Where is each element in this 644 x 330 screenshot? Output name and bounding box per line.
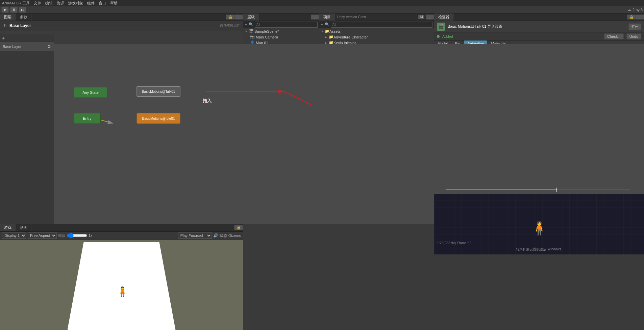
- more-options-btn[interactable]: ⋮: [235, 15, 243, 20]
- top-menubar: ANIMATOR 工具 文件 编辑 资源 游戏对象 组件 窗口 帮助: [0, 0, 644, 6]
- menu-window[interactable]: 窗口: [99, 1, 106, 6]
- left-section: 图层 参数 🔒 ⋮ 👁 Base Layer 自动实时组件 + Base Lay…: [0, 13, 243, 330]
- scale-value: 1x: [89, 233, 93, 238]
- inspector-tabs: 检查器 🔒 ⋮: [434, 13, 644, 21]
- eye-icon[interactable]: 👁: [3, 23, 7, 28]
- layer-name: Base Layer: [3, 45, 22, 49]
- node-idle01[interactable]: BasicMotions@Idle01: [137, 113, 180, 124]
- game-viewport: 🧍: [0, 240, 243, 330]
- hierarchy-tabs: 层级 ⋮: [243, 13, 319, 21]
- menu-gameobject[interactable]: 游戏对象: [68, 1, 83, 6]
- tab-game[interactable]: 游戏: [0, 224, 16, 231]
- inspector-menu-btn[interactable]: ⋮: [636, 15, 644, 20]
- display-select[interactable]: Display 1: [2, 232, 26, 239]
- game-toolbar: Display 1 Free Aspect 缩放 1x Play Focused…: [0, 231, 243, 240]
- toolbar-play-button[interactable]: ▶: [1, 7, 9, 13]
- item-adventure-char[interactable]: ▶ 📁 Adventure Character: [319, 34, 434, 40]
- animator-panel-tabs: 图层 参数 🔒 ⋮: [0, 13, 243, 21]
- project-search-input[interactable]: [331, 22, 432, 28]
- project-bottom: [243, 224, 319, 330]
- inspector-icon: 🎬: [437, 23, 445, 31]
- version-control-label: Unity Version Contr...: [335, 14, 371, 20]
- project-search-icon: 🔍: [325, 22, 329, 27]
- search-icon: 🔍: [249, 22, 253, 27]
- toolbar-step-button[interactable]: ⏭: [19, 7, 26, 13]
- add-project-btn[interactable]: +: [321, 22, 323, 27]
- hierarchy-search-input[interactable]: [255, 22, 318, 28]
- menu-assets[interactable]: 资源: [57, 1, 64, 6]
- game-panel-tabs: 游戏 动画 🔒: [0, 224, 243, 231]
- inspector-lock-btn[interactable]: 🔒: [627, 15, 636, 20]
- gizmos-label[interactable]: Gizmos: [228, 233, 241, 238]
- character-figure: 🧍: [117, 286, 130, 306]
- tree-camera[interactable]: 📷 Main Camera: [243, 34, 319, 40]
- add-layer-btn[interactable]: +: [2, 35, 5, 41]
- add-hierarchy-btn[interactable]: +: [245, 22, 247, 27]
- tab-parameters[interactable]: 参数: [16, 13, 32, 21]
- node-entry[interactable]: Entry: [74, 113, 101, 124]
- layer-base[interactable]: Base Layer ⚙: [0, 42, 54, 51]
- assets-label: Assets: [329, 29, 341, 33]
- preview-character: 🧍: [531, 220, 548, 236]
- coord-label: 1:23(983.9x) Frame 52: [437, 241, 471, 245]
- toolbar-pause-button[interactable]: ⏸: [10, 7, 18, 13]
- game-panel: 游戏 动画 🔒 Display 1 Free Aspect 缩放 1x Play…: [0, 224, 243, 330]
- aspect-select[interactable]: Free Aspect: [28, 232, 57, 239]
- camera-name: Main Camera: [256, 35, 278, 39]
- item-assets[interactable]: ▼ 📁 Assets: [319, 28, 434, 34]
- app-name: ANIMATOR 工具: [2, 1, 30, 6]
- node-anystate[interactable]: Any State: [74, 87, 107, 98]
- animator-title: Base Layer: [9, 23, 31, 28]
- toolbar-version-badge: 2 by 3: [633, 8, 643, 12]
- checkin-btn[interactable]: Checkin: [604, 33, 624, 39]
- scene-name: SampleScene*: [254, 29, 279, 33]
- menu-component[interactable]: 组件: [87, 1, 95, 6]
- added-label: Added: [442, 34, 453, 38]
- menu-edit[interactable]: 编辑: [45, 1, 53, 6]
- drag-label: 拖入: [203, 98, 212, 104]
- play-focused-select[interactable]: Play Focused: [178, 232, 212, 239]
- settings-icon[interactable]: ⚙: [47, 44, 51, 49]
- scale-label: 缩放: [58, 233, 66, 238]
- tab-animation[interactable]: 动画: [16, 224, 32, 231]
- added-dot: [437, 35, 440, 38]
- svg-line-4: [284, 91, 311, 105]
- inspector-preview: 🧍 1:23(983.9x) Frame 52 转为扩展设置以激活 Window…: [434, 194, 644, 254]
- autosave-label: 自动实时组件: [220, 23, 240, 28]
- open-btn[interactable]: 打开: [628, 23, 641, 30]
- sound-icon[interactable]: 🔊: [213, 233, 218, 238]
- lock-btn[interactable]: 🔒: [226, 15, 235, 20]
- top-toolbar: ▶ ⏸ ⏭ ☁ 2 by 3: [0, 6, 644, 13]
- badge-count: 14: [418, 15, 424, 19]
- game-lock-btn[interactable]: 🔒: [234, 225, 243, 230]
- menu-file[interactable]: 文件: [34, 1, 41, 6]
- project-menu-btn[interactable]: ⋮: [426, 15, 434, 20]
- project-tab[interactable]: 项目: [319, 13, 335, 21]
- status-label: 状态: [220, 233, 227, 238]
- scale-slider[interactable]: [67, 233, 87, 238]
- menu-help[interactable]: 帮助: [110, 1, 118, 6]
- tab-layers[interactable]: 图层: [0, 13, 16, 21]
- toolbar-scene-icon: ☁: [627, 7, 631, 12]
- hierarchy-tab[interactable]: 层级: [243, 13, 259, 21]
- undo-btn[interactable]: Undo: [626, 33, 641, 39]
- windows-activate: 转为扩展设置以激活 Windows.: [437, 247, 641, 252]
- node-talk01[interactable]: BasicMotions@Talk01: [137, 86, 180, 97]
- hierarchy-menu-btn[interactable]: ⋮: [311, 15, 319, 20]
- project-tabs: 项目 Unity Version Contr... 14 ⋮: [319, 13, 434, 21]
- adventure-char-label: Adventure Character: [333, 35, 368, 39]
- tree-scene[interactable]: ▼ 🎬 SampleScene*: [243, 28, 319, 34]
- inspector-import-title: Basic Motions@Talk 01 导入设置: [448, 24, 502, 29]
- inspector-tab[interactable]: 检查器: [434, 13, 454, 21]
